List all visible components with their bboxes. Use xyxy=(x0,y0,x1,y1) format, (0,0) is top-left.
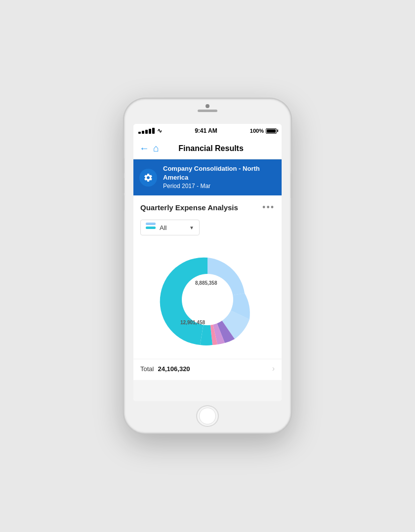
total-row: Total 24,106,320 › xyxy=(133,359,282,380)
chevron-down-icon: ▼ xyxy=(189,225,194,230)
gear-icon xyxy=(143,173,153,183)
expense-card: Quarterly Expense Analysis ••• All ▼ xyxy=(133,195,282,380)
chevron-right-icon[interactable]: › xyxy=(272,364,275,373)
total-value: 24,106,320 xyxy=(158,365,190,373)
filter-dropdown[interactable]: All ▼ xyxy=(140,220,200,235)
signal-bars xyxy=(138,128,155,134)
total-info: Total 24,106,320 xyxy=(140,364,190,373)
page-title: Financial Results xyxy=(161,144,261,153)
chart-container: 8,885,358 12,901,458 xyxy=(133,240,282,359)
banner-period: Period 2017 - Mar xyxy=(163,182,276,190)
battery-icon xyxy=(266,128,277,134)
speaker xyxy=(198,110,217,112)
content-area: Quarterly Expense Analysis ••• All ▼ xyxy=(133,195,282,401)
home-button-inner xyxy=(199,408,216,424)
segment-label-blue: 8,885,358 xyxy=(195,280,217,286)
phone-notch xyxy=(198,104,217,112)
status-time: 9:41 AM xyxy=(195,127,217,134)
more-options-button[interactable]: ••• xyxy=(262,202,275,213)
phone-frame: ∿ 9:41 AM 100% ← ⌂ Financial Results xyxy=(124,98,291,434)
header-banner: Company Consolidation - North America Pe… xyxy=(133,159,282,195)
segment-label-teal: 12,901,458 xyxy=(180,320,205,325)
total-label: Total xyxy=(140,365,156,373)
card-header: Quarterly Expense Analysis ••• xyxy=(133,195,282,217)
home-nav-button[interactable]: ⌂ xyxy=(153,143,159,154)
camera xyxy=(206,104,209,108)
gear-circle xyxy=(139,169,157,187)
status-bar: ∿ 9:41 AM 100% xyxy=(133,124,282,138)
status-right: 100% xyxy=(250,128,277,134)
phone-screen: ∿ 9:41 AM 100% ← ⌂ Financial Results xyxy=(133,124,282,401)
battery-fill xyxy=(267,129,276,133)
card-title: Quarterly Expense Analysis xyxy=(140,203,238,212)
home-button[interactable] xyxy=(196,405,219,427)
back-button[interactable]: ← xyxy=(139,143,149,154)
banner-company: Company Consolidation - North America xyxy=(163,164,276,182)
donut-chart: 8,885,358 12,901,458 xyxy=(153,245,262,354)
filter-row: All ▼ xyxy=(133,217,282,240)
nav-bar: ← ⌂ Financial Results xyxy=(133,138,282,159)
banner-text: Company Consolidation - North America Pe… xyxy=(163,164,276,190)
status-left: ∿ xyxy=(138,127,162,134)
battery-percent: 100% xyxy=(250,128,264,134)
filter-icon xyxy=(146,223,156,232)
filter-label: All xyxy=(160,224,185,231)
wifi-icon: ∿ xyxy=(157,127,162,134)
